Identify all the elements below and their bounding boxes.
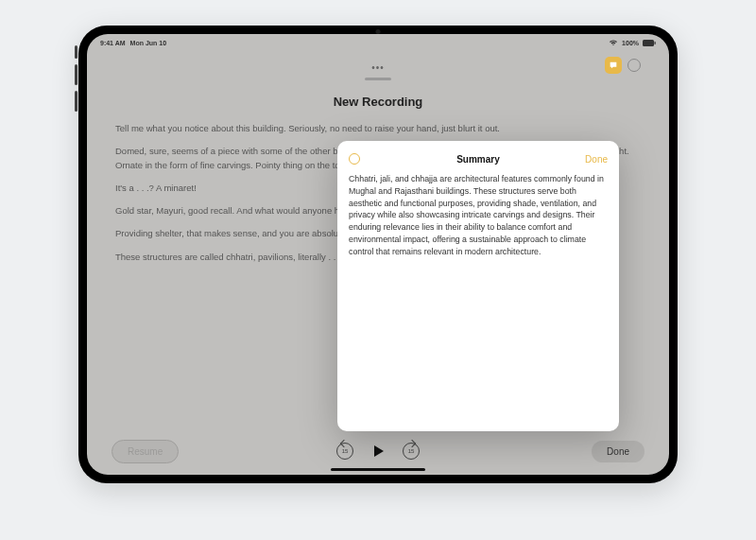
feedback-icon[interactable] <box>627 59 641 72</box>
status-time: 9:41 AM <box>100 40 126 46</box>
wifi-icon <box>609 39 618 46</box>
playback-bar: Resume 15 15 Done <box>87 443 669 460</box>
status-date: Mon Jun 10 <box>130 40 167 46</box>
sheet-grabber[interactable] <box>365 78 391 80</box>
modal-title: Summary <box>456 154 500 165</box>
ipad-frame: 9:41 AM Mon Jun 10 100% ••• <box>78 26 678 483</box>
play-button[interactable] <box>370 444 386 459</box>
screen: 9:41 AM Mon Jun 10 100% ••• <box>87 34 669 475</box>
summary-text: Chhatri, jali, and chhajja are architect… <box>349 173 608 257</box>
status-bar: 9:41 AM Mon Jun 10 100% <box>87 34 669 49</box>
home-indicator[interactable] <box>331 468 425 471</box>
battery-percentage: 100% <box>622 40 639 46</box>
modal-header: Summary Done <box>349 150 608 167</box>
more-icon[interactable]: ••• <box>371 62 385 73</box>
feedback-icon[interactable] <box>349 153 360 165</box>
resume-button[interactable]: Resume <box>112 440 179 463</box>
skip-back-button[interactable]: 15 <box>336 443 353 460</box>
skip-forward-button[interactable]: 15 <box>403 443 420 460</box>
transcript-line: Tell me what you notice about this build… <box>115 122 641 135</box>
transcript-button[interactable] <box>605 57 622 74</box>
recording-title: New Recording <box>115 95 641 109</box>
app-header: ••• <box>115 57 641 78</box>
modal-done-button[interactable]: Done <box>585 154 608 165</box>
done-button[interactable]: Done <box>592 441 644 462</box>
svg-rect-0 <box>643 40 654 46</box>
battery-icon <box>643 40 656 46</box>
summary-modal: Summary Done Chhatri, jali, and chhajja … <box>337 141 619 431</box>
svg-rect-1 <box>655 42 656 44</box>
